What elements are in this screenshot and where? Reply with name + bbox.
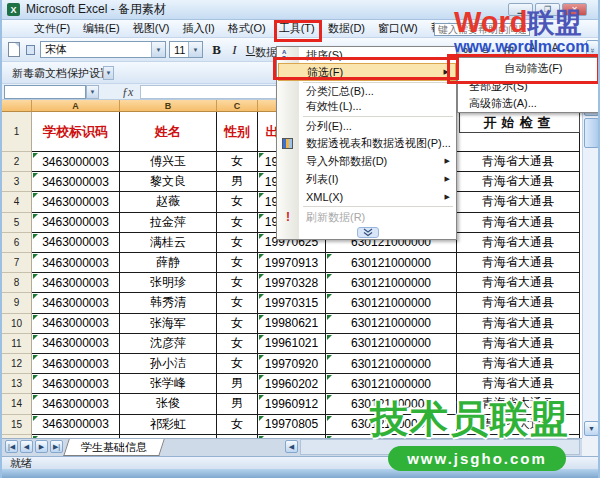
cell-name-row3[interactable]: 黎文良 [120, 172, 217, 192]
cell-id-row2[interactable]: 3463000003 [32, 152, 120, 172]
cell-name-row14[interactable]: 张俊 [120, 394, 217, 414]
menu-item-3[interactable]: 分类汇总(B)... [278, 84, 456, 99]
clipboard-icon[interactable] [26, 45, 35, 55]
menubar-item[interactable]: 插入(I) [178, 19, 218, 38]
new-document-icon[interactable] [8, 42, 20, 57]
row-header-4[interactable]: 4 [2, 192, 32, 212]
cell-name-row6[interactable]: 满桂云 [120, 233, 217, 253]
cell-region-row13[interactable]: 青海省大通县 [457, 374, 580, 394]
antivirus-protect-button[interactable]: 新毒霸文档保护设置 [7, 65, 116, 81]
cell-region-row12[interactable]: 青海省大通县 [457, 354, 580, 374]
sheet-tab[interactable]: 学生基础信息 [63, 439, 165, 456]
cell-code-row8[interactable]: 630121000000 [326, 273, 457, 293]
cell-gender-row6[interactable]: 女 [217, 233, 258, 253]
scroll-down-icon[interactable]: ▼ [584, 421, 599, 436]
chevron-down-icon[interactable]: ▼ [86, 85, 99, 99]
cell-region-row10[interactable]: 青海省大通县 [457, 314, 580, 334]
chevron-down-icon[interactable]: ▼ [188, 42, 202, 57]
cell-region-row5[interactable]: 青海省大通县 [457, 213, 580, 233]
cell-id-row8[interactable]: 3463000003 [32, 273, 120, 293]
cell-code-row12[interactable]: 630121000000 [326, 354, 457, 374]
cell-region-row7[interactable]: 青海省大通县 [457, 253, 580, 273]
chevron-down-icon[interactable]: ▼ [103, 66, 114, 80]
cell-name-row8[interactable]: 张明珍 [120, 273, 217, 293]
cell-region-row2[interactable]: 青海省大通县 [457, 152, 580, 172]
cell-name-row10[interactable]: 张海军 [120, 314, 217, 334]
cell-id-row13[interactable]: 3463000003 [32, 374, 120, 394]
cell-gender-row3[interactable]: 男 [217, 172, 258, 192]
row-header-7[interactable]: 7 [2, 253, 32, 273]
bold-button[interactable]: B [208, 41, 225, 58]
row-header-15[interactable]: 15 [2, 415, 32, 435]
cell-birth-row11[interactable]: 19961021 [258, 334, 326, 354]
cell-gender-row5[interactable]: 女 [217, 213, 258, 233]
header-cell-id[interactable]: 学校标识码 [32, 112, 120, 152]
cell-name-row5[interactable]: 拉金萍 [120, 213, 217, 233]
cell-id-row9[interactable]: 3463000003 [32, 293, 120, 313]
menu-item-4[interactable]: 有效性(L)... [278, 99, 456, 114]
cell-birth-row7[interactable]: 19970913 [258, 253, 326, 273]
cell-gender-row12[interactable]: 女 [217, 354, 258, 374]
cell-name-row9[interactable]: 韩秀清 [120, 293, 217, 313]
row-header-14[interactable]: 14 [2, 394, 32, 414]
cell-gender-row2[interactable]: 女 [217, 152, 258, 172]
cell-gender-row14[interactable]: 男 [217, 394, 258, 414]
cell-name-row11[interactable]: 沈彦萍 [120, 334, 217, 354]
cell-gender-row7[interactable]: 女 [217, 253, 258, 273]
font-name-combo[interactable]: 宋体 ▼ [40, 41, 166, 58]
row-header-8[interactable]: 8 [2, 273, 32, 293]
cell-gender-row8[interactable]: 女 [217, 273, 258, 293]
cell-name-row15[interactable]: 祁彩虹 [120, 415, 217, 435]
name-box[interactable] [4, 85, 86, 99]
row-header-3[interactable]: 3 [2, 172, 32, 192]
menubar-item[interactable]: 数据(D) [324, 19, 369, 38]
header-cell-name[interactable]: 姓名 [120, 112, 217, 152]
hscroll-left-icon[interactable]: ◀ [285, 440, 298, 453]
row-header-9[interactable]: 9 [2, 293, 32, 313]
chevron-down-icon[interactable]: ▼ [151, 42, 165, 57]
cell-id-row10[interactable]: 3463000003 [32, 314, 120, 334]
cell-birth-row13[interactable]: 19960202 [258, 374, 326, 394]
cell-name-row2[interactable]: 傅兴玉 [120, 152, 217, 172]
cell-code-row7[interactable]: 630121000000 [326, 253, 457, 273]
row-header-13[interactable]: 13 [2, 374, 32, 394]
cell-birth-row8[interactable]: 19970328 [258, 273, 326, 293]
cell-gender-row15[interactable]: 女 [217, 415, 258, 435]
cell-region-row4[interactable]: 青海省大通县 [457, 192, 580, 212]
cell-region-row11[interactable]: 青海省大通县 [457, 334, 580, 354]
italic-button[interactable]: I [226, 41, 243, 58]
menu-item-5[interactable]: 分列(E)... [278, 119, 456, 134]
cell-id-row15[interactable]: 3463000003 [32, 415, 120, 435]
cell-region-row9[interactable]: 青海省大通县 [457, 293, 580, 313]
cell-id-row14[interactable]: 3463000003 [32, 394, 120, 414]
cell-birth-row15[interactable]: 19970805 [258, 415, 326, 435]
menu-item-9[interactable]: XML(X)▶ [278, 189, 456, 205]
start-check-button[interactable]: 开始检查 [459, 112, 580, 133]
vertical-scrollbar[interactable]: ▲ ▼ [582, 100, 600, 438]
insert-function-icon[interactable]: ƒx [122, 85, 133, 100]
cell-birth-row9[interactable]: 19970315 [258, 293, 326, 313]
menubar-item[interactable]: 窗口(W) [374, 19, 422, 38]
cell-gender-row10[interactable]: 女 [217, 314, 258, 334]
row-header-10[interactable]: 10 [2, 314, 32, 334]
cell-birth-row10[interactable]: 19980621 [258, 314, 326, 334]
cell-code-row9[interactable]: 630121000000 [326, 293, 457, 313]
row-header-5[interactable]: 5 [2, 213, 32, 233]
cell-region-row8[interactable]: 青海省大通县 [457, 273, 580, 293]
menu-item-8[interactable]: 列表(I)▶ [278, 171, 456, 187]
cell-region-row6[interactable]: 青海省大通县 [457, 233, 580, 253]
cell-id-row12[interactable]: 3463000003 [32, 354, 120, 374]
cell-code-row13[interactable]: 630121000000 [326, 374, 457, 394]
column-header-B[interactable]: B [120, 100, 217, 112]
submenu-item-3[interactable]: 高级筛选(A)... [459, 95, 598, 112]
vertical-scroll-thumb[interactable] [584, 118, 599, 148]
next-sheet-icon[interactable]: ▶ [35, 440, 48, 453]
cell-code-row10[interactable]: 630121000000 [326, 314, 457, 334]
cell-code-row11[interactable]: 630121000000 [326, 334, 457, 354]
last-sheet-icon[interactable]: ▶| [50, 440, 63, 453]
cell-id-row11[interactable]: 3463000003 [32, 334, 120, 354]
cell-id-row4[interactable]: 3463000003 [32, 192, 120, 212]
row-header-6[interactable]: 6 [2, 233, 32, 253]
cell-name-row13[interactable]: 张学峰 [120, 374, 217, 394]
cell-birth-row12[interactable]: 19970920 [258, 354, 326, 374]
